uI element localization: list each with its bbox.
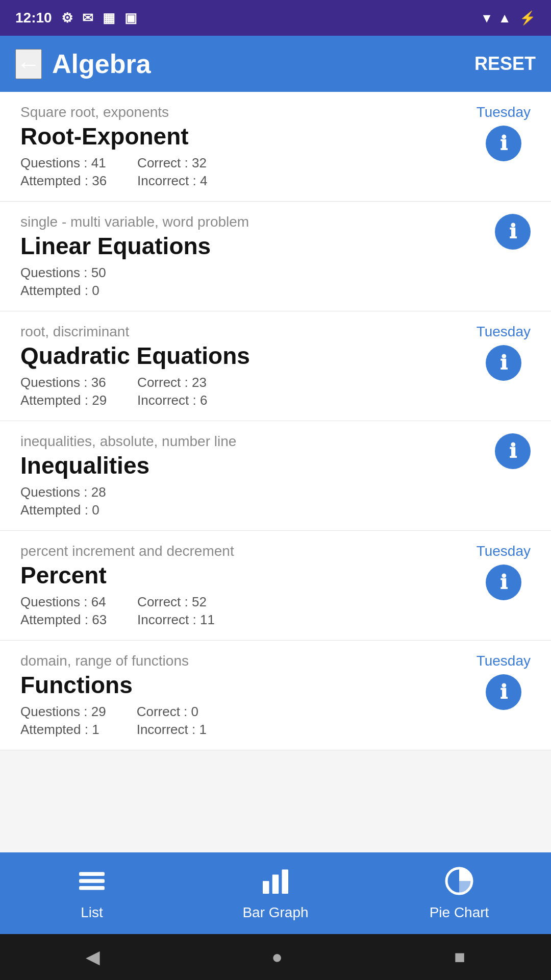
topic-right: Tuesday ℹ — [477, 543, 531, 600]
topic-name: Root-Exponent — [20, 122, 207, 150]
nav-label-list: List — [81, 904, 103, 921]
topic-content: inequalities, absolute, number line Ineq… — [20, 433, 236, 518]
nav-item-list[interactable]: List — [0, 866, 184, 921]
topic-right: Tuesday ℹ — [477, 653, 531, 710]
content-area: Square root, exponents Root-Exponent Que… — [0, 92, 551, 852]
info-button-inequalities[interactable]: ℹ — [495, 433, 531, 469]
reset-button[interactable]: RESET — [474, 53, 536, 75]
calendar-icon: ▦ — [103, 10, 115, 26]
bottom-nav: List Bar Graph Pie Chart — [0, 852, 551, 934]
topic-stats: Questions : 50 Attempted : 0 — [20, 265, 249, 299]
system-bar: ◀ ● ■ — [0, 934, 551, 980]
nav-label-bar-graph: Bar Graph — [242, 904, 308, 921]
wifi-icon: ▾ — [483, 10, 490, 26]
bar-graph-icon — [260, 866, 291, 900]
questions-stat: Questions : 28 — [20, 484, 106, 500]
topic-subtitle: root, discriminant — [20, 324, 250, 340]
topic-name: Inequalities — [20, 452, 236, 479]
svg-rect-2 — [79, 886, 105, 890]
info-button-quadratic-equations[interactable]: ℹ — [486, 345, 521, 381]
topic-right: ℹ — [495, 214, 531, 250]
questions-stat: Questions : 36 — [20, 375, 107, 390]
info-button-percent[interactable]: ℹ — [486, 565, 521, 600]
page-title: Algebra — [52, 48, 151, 79]
sd-card-icon: ▣ — [124, 10, 137, 26]
attempted-stat: Attempted : 29 — [20, 393, 107, 408]
topic-content: domain, range of functions Functions Que… — [20, 653, 207, 738]
signal-icon: ▲ — [498, 10, 511, 26]
incorrect-stat: Incorrect : 11 — [137, 612, 215, 628]
nav-item-bar-graph[interactable]: Bar Graph — [184, 866, 367, 921]
topic-card-linear-equations: single - multi variable, word problem Li… — [0, 202, 551, 311]
spacer — [0, 750, 551, 791]
questions-stat: Questions : 50 — [20, 265, 106, 281]
back-system-button[interactable]: ◀ — [86, 946, 100, 968]
attempted-stat: Attempted : 0 — [20, 283, 106, 299]
topic-card-percent: percent increment and decrement Percent … — [0, 531, 551, 641]
mail-icon: ✉ — [82, 10, 93, 26]
pie-chart-icon — [444, 866, 474, 900]
svg-rect-3 — [263, 881, 269, 894]
attempted-stat: Attempted : 63 — [20, 612, 107, 628]
incorrect-stat: Incorrect : 4 — [137, 173, 207, 189]
nav-item-pie-chart[interactable]: Pie Chart — [367, 866, 551, 921]
status-right: ▾ ▲ ⚡ — [483, 10, 536, 26]
info-button-root-exponent[interactable]: ℹ — [486, 126, 521, 161]
info-button-linear-equations[interactable]: ℹ — [495, 214, 531, 250]
topic-right: Tuesday ℹ — [477, 324, 531, 381]
topic-name: Linear Equations — [20, 232, 249, 260]
recent-system-button[interactable]: ■ — [454, 946, 465, 968]
topic-subtitle: percent increment and decrement — [20, 543, 234, 559]
topic-content: Square root, exponents Root-Exponent Que… — [20, 104, 207, 189]
correct-stat: Correct : 32 — [137, 155, 207, 171]
topic-content: percent increment and decrement Percent … — [20, 543, 234, 628]
topic-card-root-exponent: Square root, exponents Root-Exponent Que… — [0, 92, 551, 202]
topic-subtitle: domain, range of functions — [20, 653, 207, 669]
correct-stat: Correct : 0 — [137, 704, 207, 720]
questions-stat: Questions : 29 — [20, 704, 106, 720]
svg-rect-0 — [79, 872, 105, 876]
settings-icon: ⚙ — [61, 10, 73, 26]
status-left: 12:10 ⚙ ✉ ▦ ▣ — [15, 10, 137, 26]
topic-card-inequalities: inequalities, absolute, number line Ineq… — [0, 421, 551, 531]
svg-rect-5 — [282, 870, 289, 894]
battery-icon: ⚡ — [519, 10, 536, 26]
correct-stat: Correct : 52 — [137, 594, 215, 610]
topic-stats: Questions : 28 Attempted : 0 — [20, 484, 236, 518]
app-bar-left: ← Algebra — [15, 48, 151, 79]
topic-subtitle: inequalities, absolute, number line — [20, 433, 236, 450]
topic-name: Quadratic Equations — [20, 342, 250, 370]
topic-day: Tuesday — [477, 324, 531, 340]
topic-right: Tuesday ℹ — [477, 104, 531, 161]
status-bar: 12:10 ⚙ ✉ ▦ ▣ ▾ ▲ ⚡ — [0, 0, 551, 36]
list-icon — [77, 866, 107, 900]
topic-name: Percent — [20, 561, 234, 589]
attempted-stat: Attempted : 0 — [20, 502, 106, 518]
time-display: 12:10 — [15, 10, 52, 26]
topic-stats: Questions : 29 Attempted : 1 Correct : 0… — [20, 704, 207, 738]
topic-stats: Questions : 36 Attempted : 29 Correct : … — [20, 375, 250, 408]
attempted-stat: Attempted : 1 — [20, 722, 106, 738]
svg-rect-4 — [272, 875, 279, 894]
info-button-functions[interactable]: ℹ — [486, 674, 521, 710]
topic-stats: Questions : 64 Attempted : 63 Correct : … — [20, 594, 234, 628]
topic-content: single - multi variable, word problem Li… — [20, 214, 249, 299]
home-system-button[interactable]: ● — [271, 946, 283, 968]
topic-card-functions: domain, range of functions Functions Que… — [0, 641, 551, 750]
correct-stat: Correct : 23 — [137, 375, 207, 390]
app-bar: ← Algebra RESET — [0, 36, 551, 92]
topic-subtitle: single - multi variable, word problem — [20, 214, 249, 230]
nav-label-pie-chart: Pie Chart — [430, 904, 489, 921]
topic-stats: Questions : 41 Attempted : 36 Correct : … — [20, 155, 207, 189]
incorrect-stat: Incorrect : 6 — [137, 393, 207, 408]
back-button[interactable]: ← — [15, 49, 42, 79]
topic-day: Tuesday — [477, 543, 531, 559]
topic-name: Functions — [20, 671, 207, 699]
topic-content: root, discriminant Quadratic Equations Q… — [20, 324, 250, 408]
topic-right: ℹ — [495, 433, 531, 469]
svg-rect-1 — [79, 879, 105, 883]
questions-stat: Questions : 64 — [20, 594, 107, 610]
topic-day: Tuesday — [477, 104, 531, 120]
topic-card-quadratic-equations: root, discriminant Quadratic Equations Q… — [0, 311, 551, 421]
questions-stat: Questions : 41 — [20, 155, 107, 171]
